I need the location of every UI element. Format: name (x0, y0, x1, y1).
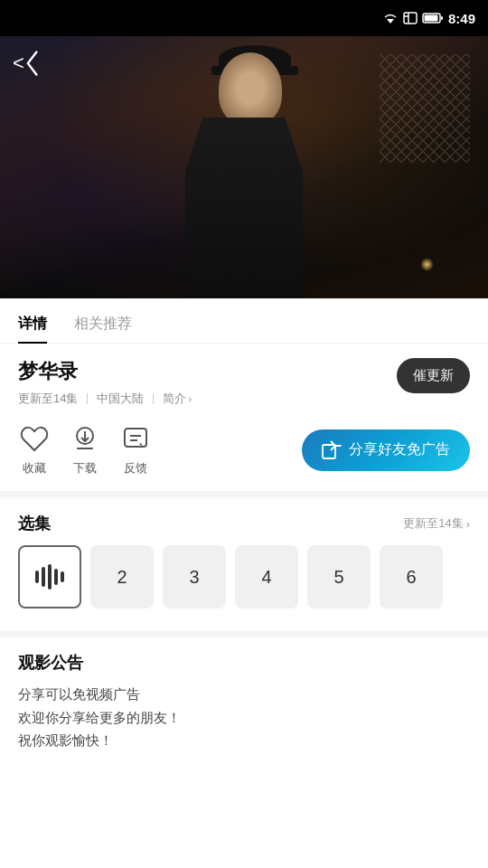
intro-chevron-icon: › (188, 393, 192, 404)
episode-item-2[interactable]: 2 (90, 545, 154, 609)
ambient-light (420, 258, 434, 271)
update-status: 更新至14集 (18, 391, 78, 407)
signal-icon (403, 12, 418, 24)
main-content: 梦华录 更新至14集 中国大陆 简介 › 催更新 收藏 (0, 344, 488, 767)
region-label: 中国大陆 (97, 391, 144, 407)
show-title: 梦华录 (18, 358, 192, 385)
update-button[interactable]: 催更新 (397, 358, 470, 393)
episode-item-4[interactable]: 4 (235, 545, 298, 609)
title-info: 梦华录 更新至14集 中国大陆 简介 › (18, 358, 192, 407)
download-icon (69, 423, 101, 456)
playing-indicator (35, 564, 64, 590)
svg-rect-5 (424, 15, 437, 22)
tab-related[interactable]: 相关推荐 (74, 315, 132, 343)
tabs-row: 详情 相关推荐 (0, 298, 488, 344)
episode-section-link[interactable]: 更新至14集 › (403, 515, 470, 532)
notice-line-1: 分享可以免视频广告 (18, 683, 470, 706)
meta-separator (87, 393, 88, 404)
download-label: 下载 (73, 460, 97, 476)
notice-line-3: 祝你观影愉快！ (18, 729, 470, 752)
share-button-label: 分享好友免广告 (349, 440, 450, 459)
section-divider (0, 491, 488, 498)
notice-section: 观影公告 分享可以免视频广告 欢迎你分享给更多的朋友！ 祝你观影愉快！ (18, 637, 470, 767)
character-head (219, 52, 282, 125)
feedback-icon (119, 423, 152, 456)
battery-icon (422, 12, 444, 24)
episode-item-5[interactable]: 5 (307, 545, 371, 609)
episode-item-1[interactable] (18, 545, 81, 609)
character-body (185, 118, 303, 298)
episode-item-3[interactable]: 3 (163, 545, 226, 609)
section-divider-2 (0, 630, 488, 637)
episode-chevron-icon: › (466, 517, 470, 531)
svg-rect-10 (125, 429, 146, 447)
download-action[interactable]: 下载 (69, 423, 101, 476)
favorite-label: 收藏 (23, 460, 46, 476)
svg-rect-6 (441, 16, 443, 20)
notice-text: 分享可以免视频广告 欢迎你分享给更多的朋友！ 祝你观影愉快！ (18, 683, 470, 752)
favorite-icon (18, 423, 51, 456)
share-icon (322, 440, 342, 460)
status-bar: 8:49 (0, 0, 488, 36)
feedback-label: 反馈 (124, 460, 147, 476)
notice-line-2: 欢迎你分享给更多的朋友！ (18, 706, 470, 730)
title-row: 梦华录 更新至14集 中国大陆 简介 › 催更新 (18, 358, 470, 407)
status-icons: 8:49 (382, 11, 475, 26)
notice-title: 观影公告 (18, 652, 470, 674)
feedback-action[interactable]: 反馈 (119, 423, 152, 476)
intro-link[interactable]: 简介 › (163, 391, 192, 407)
svg-marker-0 (387, 19, 394, 24)
episode-section-title: 选集 (18, 513, 51, 534)
meta-row: 更新至14集 中国大陆 简介 › (18, 391, 192, 407)
wifi-icon (382, 12, 399, 24)
episode-item-6[interactable]: 6 (380, 545, 443, 609)
episode-section-header: 选集 更新至14集 › (18, 498, 470, 545)
svg-rect-1 (404, 13, 417, 24)
meta-separator-2 (153, 393, 154, 404)
episode-grid: 2 3 4 5 6 (18, 545, 470, 616)
favorite-action[interactable]: 收藏 (18, 423, 51, 476)
back-button[interactable] (13, 49, 42, 78)
status-time: 8:49 (448, 11, 475, 26)
share-button[interactable]: 分享好友免广告 (302, 429, 470, 471)
video-hero (0, 36, 488, 298)
tab-details[interactable]: 详情 (18, 315, 47, 343)
action-row: 收藏 下载 (18, 423, 470, 476)
bg-lattice (380, 54, 470, 163)
